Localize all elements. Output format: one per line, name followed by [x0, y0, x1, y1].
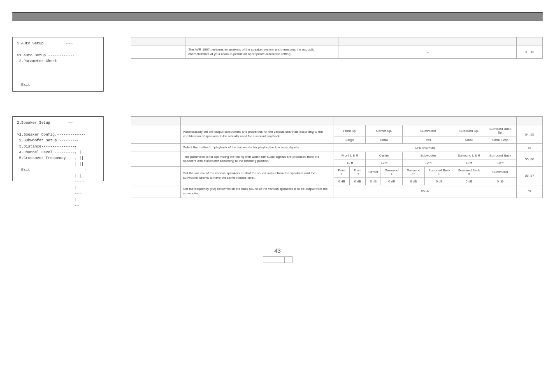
- cell-default-header: Front L & R: [334, 152, 366, 159]
- cell-default-value: 10 ft: [454, 159, 484, 166]
- cell-desc: The AVR-1907 performs an analysis of the…: [186, 46, 339, 59]
- table-row: Select the method of playback of the sub…: [131, 144, 543, 152]
- th-page: [517, 37, 543, 46]
- cell-default-value: 10 ft: [484, 159, 516, 166]
- cell-default-header: Surround Back: [484, 152, 516, 159]
- cell-default-value: 0 dB: [334, 178, 350, 185]
- cell-default-value: 12 ft: [402, 159, 454, 166]
- cell-item: [131, 166, 181, 185]
- cell-desc: This parameter is for optimizing the tim…: [181, 152, 334, 166]
- cell-item: [131, 125, 181, 144]
- cell-default-header: Surround L & R: [454, 152, 484, 159]
- page-indicator-box: [263, 256, 293, 263]
- menu-box-speaker-setup: 2.Speaker Setup -→ >1.Speaker Config.---…: [12, 116, 104, 181]
- table-row: Automatically set the output component a…: [131, 125, 543, 136]
- cell-default-value: 0 dB: [381, 178, 402, 185]
- th-desc: [181, 117, 334, 125]
- cell-page: 57: [517, 185, 543, 198]
- cell-page: 54, 55: [517, 125, 543, 144]
- cell-page: 9 ~ 12: [517, 46, 543, 59]
- cell-default-value: 80 Hz: [334, 185, 517, 198]
- cell-desc: Set the frequency (Hz) below which the b…: [181, 185, 334, 198]
- cell-item: [131, 152, 181, 166]
- th-default: [339, 37, 517, 46]
- page-number: 43: [12, 247, 543, 254]
- cell-default-header: Front L: [334, 166, 350, 178]
- section-auto-setup: 1.Auto Setup --→ >1.Auto Setup ---------…: [12, 37, 543, 92]
- menu-box-auto-setup: 1.Auto Setup --→ >1.Auto Setup ---------…: [12, 37, 104, 92]
- section-speaker-setup: 2.Speaker Setup -→ >1.Speaker Config.---…: [12, 116, 543, 198]
- cell-page: 55: [517, 144, 543, 152]
- th-desc: [186, 37, 339, 46]
- th-default: [334, 117, 517, 125]
- cell-default-header: Center Sp.: [366, 125, 402, 136]
- table-auto-setup: The AVR-1907 performs an analysis of the…: [131, 37, 543, 59]
- cell-desc: Automatically set the output component a…: [181, 125, 334, 144]
- cell-default-value: 12 ft: [366, 159, 402, 166]
- cell-page: 56, 57: [517, 166, 543, 185]
- cell-default-header: Center: [366, 166, 381, 178]
- table-row: Set the frequency (Hz) below which the b…: [131, 185, 543, 198]
- cell-default-value: Small: [454, 136, 484, 144]
- cell-default-value: 0 dB: [366, 178, 381, 185]
- cell-default-header: Surround Back Sp.: [484, 125, 516, 136]
- cell-item: [131, 46, 186, 59]
- table-row: Set the volume of the various speakers s…: [131, 166, 543, 178]
- cell-page: 55, 56: [517, 152, 543, 166]
- cell-default-value: Large: [334, 136, 366, 144]
- cell-default-header: Subwoofer: [402, 152, 454, 159]
- cell-default-value: 0 dB: [454, 178, 484, 185]
- cell-default-header: Front Sp.: [334, 125, 366, 136]
- th-item: [131, 37, 186, 46]
- cell-default-header: Subwoofer: [402, 125, 454, 136]
- th-page: [517, 117, 543, 125]
- cell-desc: Select the method of playback of the sub…: [181, 144, 334, 152]
- cell-default: –: [339, 46, 517, 59]
- cell-default-header: Surround Sp.: [454, 125, 484, 136]
- cell-default-value: 0 dB: [425, 178, 454, 185]
- page-footer: 43: [12, 247, 543, 264]
- cell-default-value: Small / 2sp: [484, 136, 516, 144]
- cell-default-value: 0 dB: [350, 178, 366, 185]
- cell-item: [131, 185, 181, 198]
- cell-default-header: Surround Back L: [425, 166, 454, 178]
- cell-default-value: LFE (Normal): [334, 144, 517, 152]
- cell-default-header: Subwoofer: [484, 166, 516, 178]
- table-speaker-setup: Automatically set the output component a…: [131, 116, 543, 198]
- cell-default-header: Front R: [350, 166, 366, 178]
- top-bar: [12, 12, 543, 21]
- cell-default-header: Surround R: [402, 166, 425, 178]
- cell-default-header: Center: [366, 152, 402, 159]
- table-row: The AVR-1907 performs an analysis of the…: [131, 46, 543, 59]
- table-row: This parameter is for optimizing the tim…: [131, 152, 543, 159]
- cell-default-header: Surround Back R: [454, 166, 484, 178]
- cell-default-header: Surround L: [381, 166, 402, 178]
- cell-default-value: 0 dB: [484, 178, 516, 185]
- cell-desc: Set the volume of the various speakers s…: [181, 166, 334, 185]
- cell-item: [131, 144, 181, 152]
- cell-default-value: Yes: [402, 136, 454, 144]
- th-item: [131, 117, 181, 125]
- cell-default-value: 0 dB: [402, 178, 425, 185]
- cell-default-value: Small: [366, 136, 402, 144]
- cell-default-value: 12 ft: [334, 159, 366, 166]
